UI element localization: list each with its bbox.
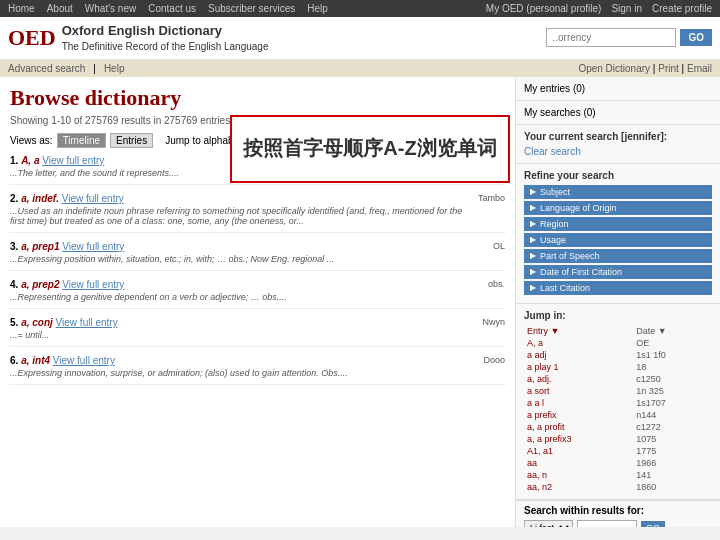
main-layout: 按照首字母顺序A-Z浏览单词 Browse dictionary Showing…: [0, 77, 720, 527]
clear-search-link[interactable]: Clear search: [524, 146, 581, 157]
logo-area: OED Oxford English Dictionary The Defini…: [8, 23, 268, 53]
adv-search-link[interactable]: Advanced search: [8, 63, 85, 74]
my-searches-link[interactable]: My searches (0): [524, 107, 596, 118]
search-within-section: Search within results for: Li fect GO: [516, 500, 720, 527]
table-row: 3. a, prep1 View full entry ...Expressin…: [10, 241, 505, 271]
right-sidebar: My entries (0) My searches (0) Your curr…: [515, 77, 720, 527]
view-tab-entries[interactable]: Entries: [110, 133, 153, 148]
my-searches-section: My searches (0): [516, 101, 720, 125]
chinese-overlay: 按照首字母顺序A-Z浏览单词: [230, 115, 510, 183]
current-search-section: Your current search [jennifer]: Clear se…: [516, 125, 720, 164]
header-search-area: GO: [546, 28, 712, 47]
top-nav-right: My OED (personal profile) Sign in Create…: [486, 3, 712, 14]
my-entries-section: My entries (0): [516, 77, 720, 101]
breadcrumb: Open Dictionary | Print | Email: [578, 63, 712, 74]
table-row: A, a OE: [524, 337, 712, 349]
entry-word: a, prep1: [21, 241, 59, 252]
entry-item-left: 3. a, prep1 View full entry ...Expressin…: [10, 241, 493, 264]
entry-view-link[interactable]: View full entry: [62, 193, 124, 204]
entry-word: a, prep2: [21, 279, 59, 290]
refine-language-origin[interactable]: ▶Language of Origin: [524, 201, 712, 215]
table-row: a prefix n144: [524, 409, 712, 421]
nav-subscriber[interactable]: Subscriber services: [208, 3, 295, 14]
oed-logo: OED: [8, 25, 56, 51]
entry-type: Dooo: [483, 355, 505, 378]
table-row: a, adj. c1250: [524, 373, 712, 385]
entry-desc: ...Expressing position within, situation…: [10, 254, 483, 264]
email-link[interactable]: Email: [687, 63, 712, 74]
view-tab-timeline[interactable]: Timeline: [57, 133, 106, 148]
entry-word: a, indef.: [21, 193, 59, 204]
print-link[interactable]: Print: [658, 63, 679, 74]
table-row: 4. a, prep2 View full entry ...Represent…: [10, 279, 505, 309]
entry-view-link[interactable]: View full entry: [62, 241, 124, 252]
nav-my-oed[interactable]: My OED (personal profile): [486, 3, 602, 14]
table-row: a adj 1s1 1f0: [524, 349, 712, 361]
entry-view-link[interactable]: View full entry: [42, 155, 104, 166]
table-row: aa, n2 1860: [524, 481, 712, 493]
current-search-label: Your current search [jennifer]:: [524, 131, 712, 142]
my-entries-link[interactable]: My entries (0): [524, 83, 585, 94]
header: OED Oxford English Dictionary The Defini…: [0, 17, 720, 60]
refine-region[interactable]: ▶Region: [524, 217, 712, 231]
table-row: a play 1 18: [524, 361, 712, 373]
jump-table: Entry ▼ Date ▼ A, a OE a adj 1s1 1f0 a p…: [524, 325, 712, 493]
open-dictionary-link[interactable]: Open Dictionary: [578, 63, 650, 74]
entry-type: Tambo: [478, 193, 505, 226]
table-row: a, a profit c1272: [524, 421, 712, 433]
entry-word: a, conj: [21, 317, 53, 328]
chinese-text: 按照首字母顺序A-Z浏览单词: [243, 135, 496, 162]
page-title: Browse dictionary: [10, 85, 505, 111]
search-within-button[interactable]: GO: [641, 521, 665, 527]
entry-type: Nwyn: [482, 317, 505, 340]
refine-search-section: Refine your search ▶Subject ▶Language of…: [516, 164, 720, 304]
sub-navigation: Advanced search | Help Open Dictionary |…: [0, 60, 720, 77]
entry-item-left: 4. a, prep2 View full entry ...Represent…: [10, 279, 488, 302]
entry-number: 5.: [10, 317, 18, 328]
table-row: A1, a1 1775: [524, 445, 712, 457]
nav-contact[interactable]: Contact us: [148, 3, 196, 14]
refine-usage[interactable]: ▶Usage: [524, 233, 712, 247]
site-subtitle: The Definitive Record of the English Lan…: [62, 40, 269, 53]
nav-create-profile[interactable]: Create profile: [652, 3, 712, 14]
entry-number: 3.: [10, 241, 18, 252]
refine-part-of-speech[interactable]: ▶Part of Speech: [524, 249, 712, 263]
search-input[interactable]: [546, 28, 676, 47]
table-row: 5. a, conj View full entry ...= until...…: [10, 317, 505, 347]
table-row: 2. a, indef. View full entry ...Used as …: [10, 193, 505, 233]
nav-about[interactable]: About: [47, 3, 73, 14]
entry-list: 1. A, a View full entry ...The letter, a…: [10, 155, 505, 393]
refine-subject[interactable]: ▶Subject: [524, 185, 712, 199]
entry-desc: ...Expressing innovation, surprise, or a…: [10, 368, 473, 378]
entry-item-left: 2. a, indef. View full entry ...Used as …: [10, 193, 478, 226]
refine-date-first[interactable]: ▶Date of First Citation: [524, 265, 712, 279]
entry-view-link[interactable]: View full entry: [53, 355, 115, 366]
left-content: 按照首字母顺序A-Z浏览单词 Browse dictionary Showing…: [0, 77, 515, 527]
help-link[interactable]: Help: [104, 63, 125, 74]
entry-number: 4.: [10, 279, 18, 290]
entry-item-left: 6. a, int4 View full entry ...Expressing…: [10, 355, 483, 378]
search-within-controls: Li fect GO: [524, 520, 712, 527]
table-row: aa, n 141: [524, 469, 712, 481]
nav-whats-new[interactable]: What's new: [85, 3, 136, 14]
table-row: a, a prefix3 1075: [524, 433, 712, 445]
search-button[interactable]: GO: [680, 29, 712, 46]
entry-item-left: 5. a, conj View full entry ...= until...: [10, 317, 482, 340]
nav-help[interactable]: Help: [307, 3, 328, 14]
top-nav-left: Home About What's new Contact us Subscri…: [8, 3, 328, 14]
top-navigation: Home About What's new Contact us Subscri…: [0, 0, 720, 17]
table-row: Entry ▼ Date ▼: [524, 325, 712, 337]
view-label: Views as:: [10, 135, 53, 146]
nav-separator: |: [93, 63, 96, 74]
jump-label: Jump in:: [524, 310, 712, 321]
entry-view-link[interactable]: View full entry: [62, 279, 124, 290]
entry-desc: ...= until...: [10, 330, 472, 340]
nav-sign-in[interactable]: Sign in: [611, 3, 642, 14]
entry-number: 6.: [10, 355, 18, 366]
search-within-select[interactable]: Li fect: [524, 520, 573, 527]
refine-last-citation[interactable]: ▶Last Citation: [524, 281, 712, 295]
entry-view-link[interactable]: View full entry: [56, 317, 118, 328]
search-within-input[interactable]: [577, 520, 637, 527]
nav-home[interactable]: Home: [8, 3, 35, 14]
table-row: aa 1966: [524, 457, 712, 469]
